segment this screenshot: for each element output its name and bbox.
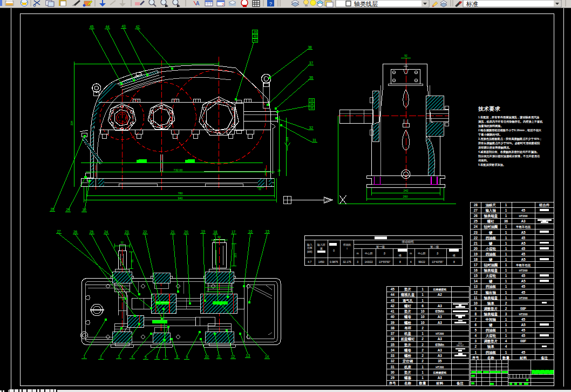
- svg-text:45: 45: [521, 252, 526, 256]
- svg-text:143/22: 143/22: [365, 260, 373, 263]
- svg-text:螺栓: 螺栓: [404, 321, 411, 325]
- svg-text:24: 24: [104, 230, 108, 234]
- svg-text:传动特性: 传动特性: [402, 240, 414, 244]
- svg-text:20: 20: [474, 247, 478, 251]
- svg-text:19: 19: [474, 252, 478, 256]
- svg-text:30: 30: [391, 370, 395, 374]
- svg-text:键: 键: [488, 279, 493, 283]
- svg-text:10: 10: [205, 355, 209, 359]
- svg-text:功率: 功率: [307, 246, 312, 249]
- svg-text:31: 31: [312, 138, 317, 142]
- svg-text:0.9875: 0.9875: [330, 260, 338, 263]
- svg-text:窥视孔盖: 窥视孔盖: [400, 293, 415, 297]
- svg-text:35: 35: [391, 343, 395, 347]
- svg-text:08F: 08F: [520, 339, 526, 343]
- svg-text:小齿轮: 小齿轮: [485, 247, 497, 251]
- svg-text:29: 29: [391, 376, 395, 380]
- svg-text:40: 40: [254, 35, 257, 38]
- svg-text:A3: A3: [438, 354, 443, 357]
- svg-text:A3: A3: [438, 337, 443, 341]
- svg-text:08F: 08F: [520, 307, 526, 310]
- svg-text:37: 37: [391, 332, 395, 335]
- svg-text:41: 41: [391, 309, 395, 313]
- svg-text:(kW): (kW): [307, 251, 312, 253]
- svg-text:4: 4: [474, 334, 477, 337]
- svg-text:轴类线层: 轴类线层: [354, 1, 378, 7]
- svg-text:92: 92: [404, 55, 407, 57]
- svg-text:序号: 序号: [472, 356, 479, 360]
- svg-text:A3: A3: [438, 315, 443, 319]
- svg-text:12: 12: [231, 355, 235, 359]
- svg-text:780: 780: [178, 192, 182, 195]
- svg-text:速: 速: [320, 247, 323, 250]
- svg-text:1: 1: [505, 225, 507, 228]
- svg-text:吊环: 吊环: [404, 326, 411, 330]
- svg-text:毡封油圈: 毡封油圈: [483, 263, 498, 267]
- svg-text:27: 27: [474, 208, 478, 212]
- svg-text:半粗羊毛毡: 半粗羊毛毡: [515, 225, 531, 229]
- svg-text:11: 11: [217, 355, 221, 359]
- svg-text:1450: 1450: [318, 260, 324, 263]
- svg-text:45: 45: [521, 328, 526, 332]
- svg-text:2: 2: [474, 344, 477, 348]
- svg-text:99/22: 99/22: [418, 260, 425, 263]
- svg-text:1: 1: [505, 231, 507, 234]
- svg-text:键: 键: [488, 231, 493, 235]
- svg-text:1: 1: [422, 370, 424, 374]
- svg-text:中心距: 中心距: [418, 252, 426, 255]
- svg-text:65Mn: 65Mn: [436, 309, 444, 313]
- svg-text:7: 7: [474, 317, 477, 321]
- svg-text:1: 1: [422, 287, 424, 291]
- svg-text:13: 13: [246, 354, 250, 357]
- svg-text:41: 41: [254, 39, 257, 42]
- svg-text:1: 1: [422, 293, 424, 296]
- svg-text:于最小侧隙的4倍。: 于最小侧隙的4倍。: [478, 133, 502, 137]
- svg-text:剖分面允许涂以密封油漆或水玻璃，不允许使用任: 剖分面允许涂以密封油漆或水玻璃，不允许使用任: [478, 154, 540, 158]
- svg-text:1: 1: [422, 376, 424, 380]
- svg-text:中间轴: 中间轴: [486, 317, 497, 322]
- svg-text:HT200: HT200: [519, 296, 527, 300]
- svg-text:6: 6: [474, 323, 477, 327]
- svg-text:垫片: 垫片: [404, 287, 411, 292]
- svg-text:β: β: [384, 252, 385, 255]
- svg-text:16: 16: [248, 229, 253, 233]
- svg-text:第一级: 第一级: [376, 245, 385, 248]
- svg-text:输出轴: 输出轴: [485, 290, 497, 295]
- svg-text:调整垫片: 调整垫片: [484, 339, 498, 343]
- svg-text:27: 27: [57, 229, 61, 233]
- svg-text:HT200: HT200: [436, 332, 444, 335]
- svg-text:A3: A3: [521, 219, 526, 223]
- svg-text:42: 42: [391, 304, 395, 308]
- svg-text:23: 23: [125, 230, 129, 234]
- svg-text:35: 35: [438, 359, 442, 363]
- svg-text:A5: A5: [521, 279, 526, 283]
- svg-text:44: 44: [391, 293, 395, 296]
- svg-text:键: 键: [488, 258, 493, 262]
- svg-text:m: m: [357, 252, 359, 255]
- svg-text:名称: 名称: [487, 356, 494, 360]
- svg-text:1: 1: [505, 290, 507, 294]
- svg-text:机座: 机座: [404, 365, 411, 369]
- svg-text:45: 45: [521, 350, 526, 354]
- svg-text:螺母: 螺母: [404, 315, 411, 319]
- svg-text:2: 2: [422, 343, 424, 347]
- svg-text:36: 36: [504, 219, 508, 223]
- svg-text:挡油板: 挡油板: [485, 328, 497, 333]
- svg-text:i: i: [346, 247, 347, 250]
- svg-text:标准: 标准: [466, 1, 478, 7]
- svg-text:6: 6: [422, 304, 424, 308]
- svg-text:45: 45: [521, 236, 526, 240]
- svg-text:组合件: 组合件: [539, 203, 550, 207]
- svg-text:序号: 序号: [389, 381, 396, 386]
- svg-text:名称: 名称: [404, 381, 411, 386]
- svg-text:24: 24: [474, 225, 478, 228]
- svg-text:清洗，机体内不许有任何杂物存在。内壁涂上不被机: 清洗，机体内不许有任何杂物存在。内壁涂上不被机: [478, 120, 543, 124]
- svg-text:22: 22: [143, 230, 147, 234]
- svg-text:A5: A5: [521, 241, 526, 245]
- svg-text:8: 8: [399, 260, 401, 263]
- svg-text:39: 39: [254, 30, 257, 33]
- svg-text:键: 键: [488, 241, 493, 246]
- svg-text:1: 1: [505, 328, 507, 332]
- svg-text:25: 25: [90, 230, 94, 234]
- svg-text:2: 2: [505, 307, 507, 310]
